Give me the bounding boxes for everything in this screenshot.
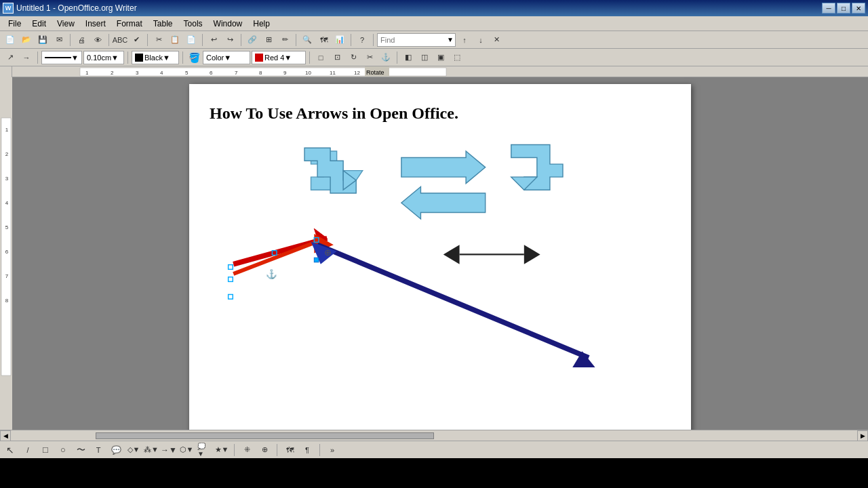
scroll-track[interactable] bbox=[11, 432, 857, 439]
svg-text:11: 11 bbox=[330, 70, 336, 76]
menu-edit[interactable]: Edit bbox=[26, 18, 52, 30]
svg-marker-38 bbox=[443, 245, 460, 264]
align-left-btn[interactable]: ◧ bbox=[401, 50, 416, 65]
preview-button[interactable]: 👁 bbox=[90, 33, 105, 47]
ungroup-btn[interactable]: ⬚ bbox=[450, 50, 465, 65]
blue-corner-arrow-1 bbox=[311, 151, 350, 190]
line-end-selector[interactable]: → bbox=[19, 50, 34, 65]
cut-button[interactable]: ✂ bbox=[151, 33, 166, 47]
menu-insert[interactable]: Insert bbox=[80, 18, 111, 30]
hyperlink-button[interactable]: 🔗 bbox=[245, 33, 260, 47]
copy-button[interactable]: 📋 bbox=[167, 33, 182, 47]
navigator-tool[interactable]: 🗺 bbox=[282, 443, 297, 458]
scroll-right-btn[interactable]: ▶ bbox=[857, 430, 868, 441]
line-width-arrow[interactable]: ▼ bbox=[111, 54, 119, 62]
sel-handle-1 bbox=[229, 265, 233, 270]
menu-window[interactable]: Window bbox=[208, 18, 248, 30]
menu-file[interactable]: File bbox=[3, 18, 26, 30]
sep4 bbox=[202, 34, 203, 46]
autocorrect-button[interactable]: ✔ bbox=[129, 33, 144, 47]
find-input[interactable] bbox=[378, 36, 446, 44]
fill-color-arrow[interactable]: ▼ bbox=[284, 54, 292, 62]
sep-sb2 bbox=[277, 444, 277, 456]
points-tool[interactable]: ⁜ bbox=[239, 443, 254, 458]
fill-type-dropdown[interactable]: Color ▼ bbox=[203, 51, 250, 64]
scroll-thumb[interactable] bbox=[96, 432, 434, 439]
stars-tool[interactable]: ★▼ bbox=[214, 443, 229, 458]
find-replace-button[interactable]: 🔍 bbox=[300, 33, 315, 47]
line-tool[interactable]: / bbox=[20, 443, 35, 458]
print-button[interactable]: 🖨 bbox=[74, 33, 89, 47]
horizontal-scrollbar[interactable]: ◀ ▶ bbox=[0, 430, 868, 441]
line-style-selector[interactable]: ↗ bbox=[3, 50, 18, 65]
line-color-dropdown[interactable]: Black ▼ bbox=[132, 51, 179, 64]
sep-sb3 bbox=[319, 444, 320, 456]
menu-help[interactable]: Help bbox=[248, 18, 275, 30]
block-arrows-tool[interactable]: →▼ bbox=[161, 443, 176, 458]
table-button[interactable]: ⊞ bbox=[261, 33, 276, 47]
svg-text:Rotate: Rotate bbox=[366, 69, 384, 76]
flowchart-tool[interactable]: ⬡▼ bbox=[179, 443, 194, 458]
open-button[interactable]: 📂 bbox=[19, 33, 34, 47]
find-prev-button[interactable]: ↑ bbox=[457, 33, 472, 47]
menu-tools[interactable]: Tools bbox=[178, 18, 208, 30]
rect-tool[interactable]: □ bbox=[38, 443, 53, 458]
undo-button[interactable]: ↩ bbox=[206, 33, 221, 47]
group-btn[interactable]: ▣ bbox=[433, 50, 448, 65]
document-area[interactable]: How To Use Arrows in Open Office. bbox=[12, 77, 868, 430]
line-width-dropdown[interactable]: 0.10cm ▼ bbox=[83, 51, 124, 64]
datasources-button[interactable]: 📊 bbox=[332, 33, 347, 47]
glue-tool[interactable]: ⊕ bbox=[257, 443, 272, 458]
anchor-icon: ⚓ bbox=[266, 268, 277, 280]
sel-handle-3 bbox=[314, 238, 319, 243]
more-tool[interactable]: » bbox=[325, 443, 340, 458]
callouts-tool[interactable]: 💭▼ bbox=[197, 443, 212, 458]
anchor-btn[interactable]: ⚓ bbox=[378, 50, 393, 65]
position-size-btn[interactable]: ⊡ bbox=[330, 50, 344, 65]
svg-text:8: 8 bbox=[259, 70, 262, 76]
line-style-arrow[interactable]: ▼ bbox=[71, 54, 79, 62]
fill-type-arrow[interactable]: ▼ bbox=[224, 54, 231, 62]
line-color-arrow[interactable]: ▼ bbox=[163, 54, 170, 62]
close-find-button[interactable]: ✕ bbox=[490, 33, 505, 47]
svg-text:10: 10 bbox=[305, 70, 311, 76]
return-arrow-group bbox=[511, 145, 563, 190]
callout-tool[interactable]: 💬 bbox=[108, 443, 123, 458]
menu-view[interactable]: View bbox=[52, 18, 80, 30]
paste-button[interactable]: 📄 bbox=[184, 33, 199, 47]
styles-tool[interactable]: ¶ bbox=[300, 443, 315, 458]
curve-tool[interactable]: 〜 bbox=[73, 443, 88, 458]
show-draw-btn[interactable]: ✏ bbox=[277, 33, 292, 47]
restore-button[interactable]: □ bbox=[837, 3, 850, 14]
transform-btn[interactable]: ↻ bbox=[346, 50, 361, 65]
email-button[interactable]: ✉ bbox=[52, 33, 66, 47]
basic-shapes-tool[interactable]: ◇▼ bbox=[126, 443, 141, 458]
align-center-btn[interactable]: ◫ bbox=[417, 50, 432, 65]
crop-btn[interactable]: ✂ bbox=[362, 50, 377, 65]
shadow-btn[interactable]: □ bbox=[313, 50, 328, 65]
spellcheck-button[interactable]: ABC bbox=[113, 33, 127, 47]
menu-table[interactable]: Table bbox=[148, 18, 178, 30]
select-tool[interactable]: ↖ bbox=[3, 443, 18, 458]
minimize-button[interactable]: ─ bbox=[822, 3, 835, 14]
help-button[interactable]: ? bbox=[355, 33, 370, 47]
scroll-left-btn[interactable]: ◀ bbox=[0, 430, 11, 441]
find-next-button[interactable]: ↓ bbox=[473, 33, 488, 47]
svg-line-35 bbox=[317, 245, 589, 358]
fill-toggle-btn[interactable]: 🪣 bbox=[186, 50, 201, 65]
ellipse-tool[interactable]: ○ bbox=[56, 443, 71, 458]
svg-text:4: 4 bbox=[5, 200, 9, 206]
symbol-shapes-tool[interactable]: ⁂▼ bbox=[144, 443, 159, 458]
find-down-button[interactable]: ▼ bbox=[446, 36, 455, 43]
save-button[interactable]: 💾 bbox=[35, 33, 50, 47]
redo-button[interactable]: ↪ bbox=[222, 33, 237, 47]
svg-text:5: 5 bbox=[5, 224, 9, 230]
close-button[interactable]: ✕ bbox=[852, 3, 865, 14]
line-style-dropdown[interactable]: ▼ bbox=[41, 51, 82, 64]
bent-arrow-group bbox=[304, 148, 356, 193]
new-button[interactable]: 📄 bbox=[3, 33, 18, 47]
fill-color-dropdown[interactable]: Red 4 ▼ bbox=[252, 51, 306, 64]
text-tool[interactable]: T bbox=[91, 443, 106, 458]
menu-format[interactable]: Format bbox=[111, 18, 148, 30]
navigator-button[interactable]: 🗺 bbox=[316, 33, 331, 47]
